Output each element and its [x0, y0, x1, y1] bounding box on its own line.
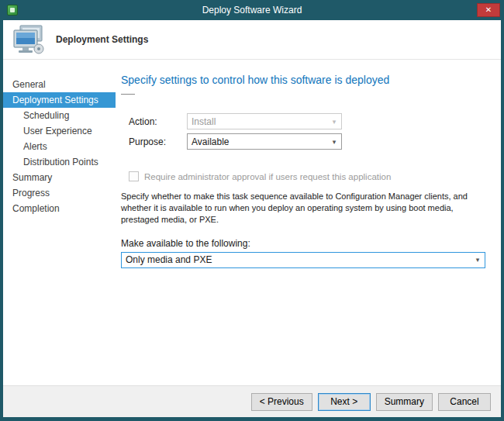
- window-title: Deploy Software Wizard: [202, 5, 302, 16]
- wizard-app-icon: [7, 5, 18, 16]
- sidebar-item-summary[interactable]: Summary: [3, 170, 116, 185]
- make-available-value: Only media and PXE: [126, 254, 212, 265]
- action-label: Action:: [129, 116, 187, 127]
- purpose-label: Purpose:: [129, 136, 187, 147]
- sidebar-item-progress[interactable]: Progress: [3, 185, 116, 201]
- page-content: Specify settings to control how this sof…: [116, 60, 501, 385]
- purpose-row: Purpose: Available ▾: [129, 133, 485, 150]
- wizard-steps-sidebar: GeneralDeployment SettingsSchedulingUser…: [3, 60, 116, 385]
- footer-buttons: < PreviousNext >SummaryCancel: [3, 385, 501, 417]
- approval-checkbox-label: Require administrator approval if users …: [144, 172, 391, 181]
- wizard-header: Deployment Settings: [3, 20, 501, 60]
- purpose-value: Available: [192, 136, 229, 147]
- make-available-dropdown[interactable]: Only media and PXE ▾: [121, 252, 485, 268]
- close-button[interactable]: ✕: [477, 3, 500, 17]
- purpose-dropdown[interactable]: Available ▾: [187, 133, 342, 150]
- page-heading: Specify settings to control how this sof…: [121, 74, 485, 86]
- chevron-down-icon: ▾: [471, 254, 484, 267]
- approval-checkbox: [129, 171, 139, 181]
- sidebar-item-distribution-points[interactable]: Distribution Points: [3, 154, 116, 170]
- deploy-software-wizard-window: Deploy Software Wizard ✕: [0, 0, 504, 421]
- header-title: Deployment Settings: [56, 34, 148, 45]
- client-area: Deployment Settings GeneralDeployment Se…: [3, 20, 501, 417]
- close-icon: ✕: [485, 6, 492, 14]
- deployment-computer-icon: [11, 24, 47, 55]
- make-available-label: Make available to the following:: [121, 238, 485, 249]
- action-row: Action: Install ▾: [129, 113, 485, 129]
- sidebar-item-completion[interactable]: Completion: [3, 201, 116, 216]
- chevron-down-icon: ▾: [328, 115, 340, 128]
- action-value: Install: [192, 116, 216, 127]
- sidebar-item-deployment-settings[interactable]: Deployment Settings: [3, 92, 116, 108]
- chevron-down-icon: ▾: [328, 135, 340, 148]
- heading-divider: [121, 94, 135, 95]
- availability-description: Specify whether to make this task sequen…: [121, 191, 485, 226]
- sidebar-item-user-experience[interactable]: User Experience: [3, 123, 116, 139]
- sidebar-item-alerts[interactable]: Alerts: [3, 139, 116, 154]
- previous-button[interactable]: < Previous: [251, 393, 312, 411]
- summary-button[interactable]: Summary: [376, 393, 433, 411]
- sidebar-item-scheduling[interactable]: Scheduling: [3, 108, 116, 123]
- wizard-body: GeneralDeployment SettingsSchedulingUser…: [3, 60, 501, 385]
- next-button[interactable]: Next >: [318, 393, 371, 411]
- sidebar-item-general[interactable]: General: [3, 77, 116, 92]
- approval-checkbox-row: Require administrator approval if users …: [129, 171, 485, 181]
- action-dropdown: Install ▾: [187, 113, 342, 129]
- cancel-button[interactable]: Cancel: [438, 393, 491, 411]
- titlebar: Deploy Software Wizard ✕: [0, 0, 504, 20]
